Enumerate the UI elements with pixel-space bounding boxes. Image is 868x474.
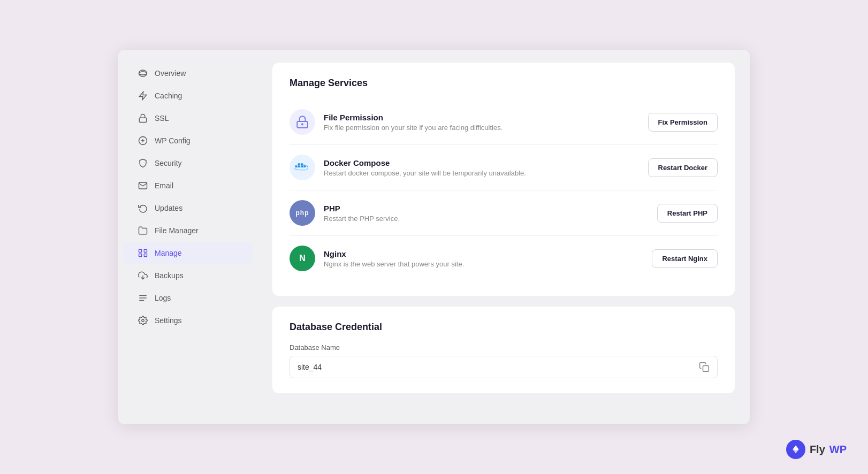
svg-rect-17: [301, 165, 303, 167]
db-name-value: site_44: [298, 363, 694, 371]
php-info: PHPRestart the PHP service.: [324, 204, 649, 223]
manage-services-title: Manage Services: [290, 78, 718, 89]
logs-icon: [138, 293, 148, 303]
db-name-label: Database Name: [290, 343, 718, 351]
sidebar-item-label-overview: Overview: [155, 69, 186, 78]
svg-point-12: [142, 319, 144, 322]
main-content: Manage Services File PermissionFix file …: [257, 50, 750, 424]
svg-point-0: [139, 72, 147, 75]
file-permission-icon: [290, 109, 315, 135]
sidebar-item-label-manage: Manage: [155, 249, 182, 257]
svg-rect-19: [298, 163, 300, 165]
sidebar: OverviewCachingSSLWP ConfigSecurityEmail…: [118, 50, 257, 424]
svg-rect-21: [703, 366, 709, 372]
sidebar-item-label-caching: Caching: [155, 91, 182, 100]
sidebar-item-manage[interactable]: Manage: [123, 242, 253, 264]
svg-rect-6: [139, 254, 142, 257]
file-permission-description: Fix file permission on your site if you …: [324, 124, 639, 132]
sidebar-item-updates[interactable]: Updates: [123, 197, 253, 219]
svg-rect-5: [144, 249, 147, 252]
flywp-logo-icon: [786, 440, 805, 459]
sidebar-item-label-security: Security: [155, 159, 182, 167]
database-credential-title: Database Credential: [290, 322, 718, 333]
nginx-button[interactable]: Restart Nginx: [652, 249, 718, 268]
nginx-info: NginxNginx is the web server that powers…: [324, 249, 643, 268]
php-description: Restart the PHP service.: [324, 215, 649, 223]
file-permission-info: File PermissionFix file permission on yo…: [324, 113, 639, 132]
svg-rect-7: [144, 254, 147, 257]
email-icon: [138, 180, 148, 191]
sidebar-item-wp-config[interactable]: WP Config: [123, 130, 253, 151]
nginx-name: Nginx: [324, 249, 643, 258]
sidebar-item-label-logs: Logs: [155, 294, 171, 302]
file-permission-name: File Permission: [324, 113, 639, 122]
app-container: OverviewCachingSSLWP ConfigSecurityEmail…: [118, 50, 750, 424]
php-button[interactable]: Restart PHP: [657, 204, 718, 223]
updates-icon: [138, 203, 148, 213]
backups-icon: [138, 270, 148, 281]
manage-services-card: Manage Services File PermissionFix file …: [272, 63, 735, 296]
service-row-docker-compose: Docker ComposeRestart docker compose, yo…: [290, 145, 718, 190]
sidebar-item-label-backups: Backups: [155, 271, 184, 280]
file-permission-button[interactable]: Fix Permission: [648, 113, 718, 132]
wp-config-icon: [138, 135, 148, 146]
sidebar-item-label-file-manager: File Manager: [155, 226, 199, 235]
sidebar-item-ssl[interactable]: SSL: [123, 108, 253, 129]
sidebar-item-label-email: Email: [155, 181, 173, 190]
file-manager-icon: [138, 225, 148, 236]
branding-fly-text: Fly: [810, 444, 825, 456]
docker-compose-icon: [290, 155, 315, 180]
svg-point-14: [302, 124, 303, 125]
db-field: site_44: [290, 356, 718, 378]
docker-compose-name: Docker Compose: [324, 158, 639, 167]
svg-rect-16: [298, 165, 300, 167]
docker-compose-button[interactable]: Restart Docker: [648, 158, 718, 177]
nginx-icon: N: [290, 246, 315, 271]
settings-icon: [138, 315, 148, 326]
svg-rect-2: [139, 118, 147, 122]
php-name: PHP: [324, 204, 649, 213]
sidebar-item-label-settings: Settings: [155, 316, 182, 325]
docker-compose-info: Docker ComposeRestart docker compose, yo…: [324, 158, 639, 177]
sidebar-item-label-wp-config: WP Config: [155, 136, 191, 145]
php-icon: php: [290, 200, 315, 226]
sidebar-item-settings[interactable]: Settings: [123, 310, 253, 331]
docker-compose-description: Restart docker compose, your site will b…: [324, 169, 639, 177]
services-list: File PermissionFix file permission on yo…: [290, 100, 718, 281]
sidebar-item-caching[interactable]: Caching: [123, 85, 253, 106]
sidebar-item-file-manager[interactable]: File Manager: [123, 220, 253, 241]
manage-icon: [138, 248, 148, 258]
svg-marker-1: [139, 92, 147, 100]
security-icon: [138, 158, 148, 169]
svg-rect-15: [295, 165, 297, 167]
sidebar-item-label-updates: Updates: [155, 204, 182, 212]
sidebar-item-overview[interactable]: Overview: [123, 63, 253, 84]
overview-icon: [138, 68, 148, 79]
service-row-file-permission: File PermissionFix file permission on yo…: [290, 100, 718, 145]
ssl-icon: [138, 113, 148, 124]
nginx-description: Nginx is the web server that powers your…: [324, 260, 643, 268]
caching-icon: [138, 90, 148, 101]
sidebar-item-backups[interactable]: Backups: [123, 265, 253, 286]
flywp-branding: FlyWP: [786, 440, 847, 459]
sidebar-item-security[interactable]: Security: [123, 152, 253, 174]
database-credential-card: Database Credential Database Name site_4…: [272, 307, 735, 393]
copy-db-name-button[interactable]: [699, 362, 710, 372]
sidebar-item-label-ssl: SSL: [155, 114, 169, 123]
branding-wp-text: WP: [829, 444, 847, 456]
svg-rect-4: [139, 249, 142, 252]
service-row-php: phpPHPRestart the PHP service.Restart PH…: [290, 190, 718, 236]
sidebar-item-email[interactable]: Email: [123, 175, 253, 196]
service-row-nginx: NNginxNginx is the web server that power…: [290, 236, 718, 281]
sidebar-item-logs[interactable]: Logs: [123, 287, 253, 309]
svg-rect-20: [301, 163, 303, 165]
